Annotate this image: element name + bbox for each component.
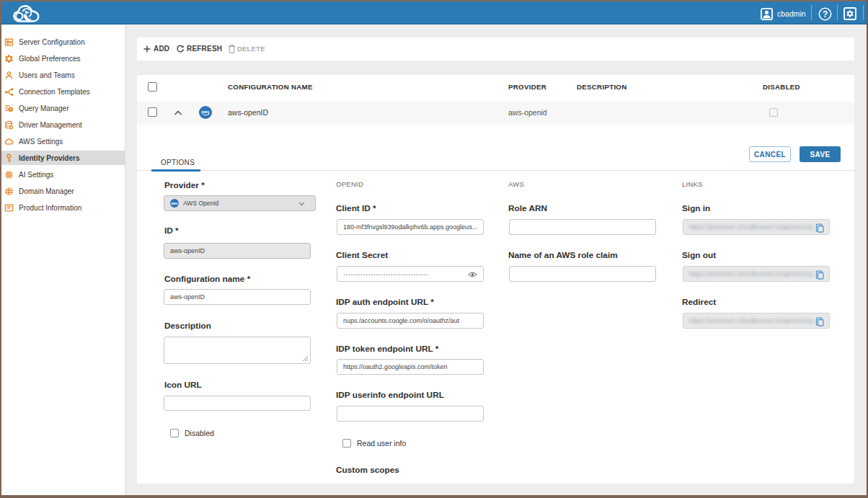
svg-text:aws: aws [201,110,210,114]
svg-text:?: ? [823,9,828,19]
